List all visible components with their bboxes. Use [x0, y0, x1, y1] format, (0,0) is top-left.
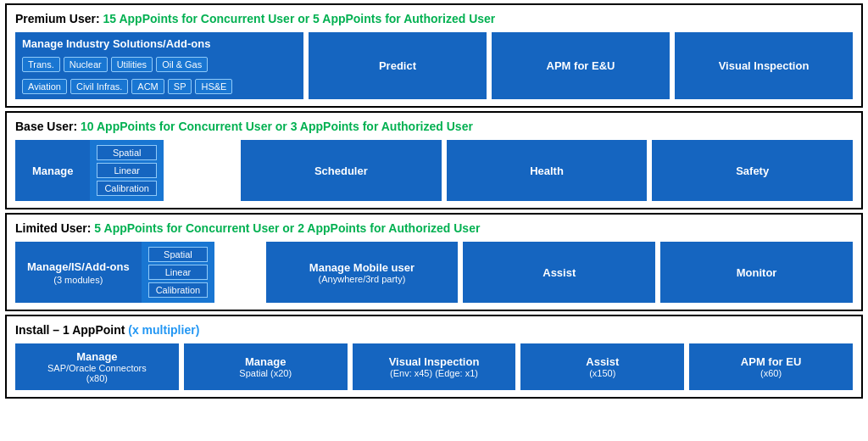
install-title: Install – 1 AppPoint (x multiplier): [15, 323, 853, 337]
base-section: Base User: 10 AppPoints for Concurrent U…: [5, 111, 863, 209]
limited-title-prefix: Limited User:: [15, 221, 94, 235]
install-manage-spatial-sub: Spatial (x20): [239, 368, 292, 378]
industry-tags-row2: Aviation Civil Infras. ACM SP HS&E: [22, 79, 297, 94]
tag-acm: ACM: [131, 79, 164, 94]
tag-trans: Trans.: [22, 57, 60, 72]
install-manage-sap-box[interactable]: Manage SAP/Oracle Connectors (x80): [15, 343, 179, 390]
safety-label: Safety: [736, 165, 769, 177]
safety-box[interactable]: Safety: [652, 140, 853, 201]
manage-tags: Spatial Linear Calibration: [90, 140, 164, 201]
tag-sp: SP: [168, 79, 192, 94]
install-manage-sap-sub: SAP/Oracle Connectors (x80): [47, 363, 147, 383]
install-assist-sub: (x150): [589, 368, 615, 378]
apm-eu-label: APM for E&U: [547, 59, 615, 72]
install-row: Manage SAP/Oracle Connectors (x80) Manag…: [15, 343, 853, 390]
limited-manage-label: Manage/IS/Add-ons: [27, 260, 130, 273]
install-visual-inspection-sub: (Env: x45) (Edge: x1): [390, 368, 478, 378]
tag-nuclear: Nuclear: [64, 57, 108, 72]
limited-manage-group: Manage/IS/Add-ons (3 modules) Spatial Li…: [15, 242, 261, 303]
premium-industry-block: Manage Industry Solutions/Add-ons Trans.…: [15, 32, 303, 99]
limited-title: Limited User: 5 AppPoints for Concurrent…: [15, 221, 853, 235]
predict-label: Predict: [379, 59, 416, 72]
predict-box[interactable]: Predict: [309, 32, 487, 99]
visual-inspection-box[interactable]: Visual Inspection: [675, 32, 853, 99]
install-title-prefix: Install – 1 AppPoint: [15, 323, 128, 337]
base-title-prefix: Base User:: [15, 120, 81, 133]
scheduler-label: Scheduler: [314, 165, 368, 177]
premium-section: Premium User: 15 AppPoints for Concurren…: [5, 3, 863, 108]
manage-tag-linear: Linear: [97, 163, 157, 178]
manage-mobile-box[interactable]: Manage Mobile user (Anywhere/3rd party): [266, 242, 459, 303]
scheduler-box[interactable]: Scheduler: [241, 140, 442, 201]
limited-tag-linear: Linear: [148, 265, 209, 280]
tag-oil-gas: Oil & Gas: [156, 57, 208, 72]
base-row: Manage Spatial Linear Calibration Schedu…: [15, 140, 853, 201]
limited-manage-box[interactable]: Manage/IS/Add-ons (3 modules): [15, 242, 142, 303]
manage-label: Manage: [32, 165, 73, 177]
install-assist-box[interactable]: Assist (x150): [520, 343, 684, 390]
base-title: Base User: 10 AppPoints for Concurrent U…: [15, 120, 853, 133]
premium-title-prefix: Premium User:: [15, 12, 103, 25]
limited-manage-sub: (3 modules): [53, 275, 103, 285]
install-visual-inspection-box[interactable]: Visual Inspection (Env: x45) (Edge: x1): [353, 343, 516, 390]
install-manage-sap-label: Manage: [76, 350, 117, 363]
limited-tag-spatial: Spatial: [148, 247, 209, 262]
limited-manage-tags: Spatial Linear Calibration: [142, 242, 215, 303]
limited-row: Manage/IS/Add-ons (3 modules) Spatial Li…: [15, 242, 853, 303]
install-visual-inspection-label: Visual Inspection: [389, 355, 480, 368]
install-assist-label: Assist: [586, 355, 619, 368]
industry-title: Manage Industry Solutions/Add-ons: [22, 37, 297, 50]
install-title-highlight: (x multiplier): [128, 323, 199, 337]
limited-title-highlight: 5 AppPoints for Concurrent User or 2 App…: [94, 221, 480, 235]
limited-tag-calibration: Calibration: [148, 282, 209, 298]
manage-tag-calibration: Calibration: [97, 181, 157, 196]
manage-mobile-label: Manage Mobile user: [309, 261, 415, 274]
manage-mobile-sub: (Anywhere/3rd party): [319, 274, 406, 284]
health-label: Health: [530, 165, 564, 177]
apm-eu-box[interactable]: APM for E&U: [492, 32, 670, 99]
tag-aviation: Aviation: [22, 79, 67, 94]
monitor-box[interactable]: Monitor: [660, 242, 853, 303]
visual-inspection-label: Visual Inspection: [719, 59, 810, 72]
manage-box[interactable]: Manage: [15, 140, 90, 201]
industry-tags-row1: Trans. Nuclear Utilities Oil & Gas: [22, 57, 297, 72]
base-title-highlight: 10 AppPoints for Concurrent User or 3 Ap…: [81, 120, 473, 133]
manage-tag-spatial: Spatial: [97, 145, 157, 160]
install-apm-eu-box[interactable]: APM for EU (x60): [689, 343, 853, 390]
assist-label-limited: Assist: [542, 266, 576, 279]
install-manage-spatial-box[interactable]: Manage Spatial (x20): [184, 343, 348, 390]
install-manage-spatial-label: Manage: [245, 355, 286, 368]
monitor-label: Monitor: [737, 266, 777, 279]
install-apm-eu-sub: (x60): [760, 368, 782, 378]
tag-hse: HS&E: [195, 79, 232, 94]
limited-section: Limited User: 5 AppPoints for Concurrent…: [5, 213, 863, 311]
premium-title-highlight: 15 AppPoints for Concurrent User or 5 Ap…: [103, 12, 495, 25]
tag-utilities: Utilities: [111, 57, 153, 72]
assist-box-limited[interactable]: Assist: [463, 242, 655, 303]
health-box[interactable]: Health: [447, 140, 648, 201]
install-section: Install – 1 AppPoint (x multiplier) Mana…: [5, 315, 863, 399]
premium-title: Premium User: 15 AppPoints for Concurren…: [15, 12, 853, 25]
manage-group: Manage Spatial Linear Calibration: [15, 140, 236, 201]
tag-civil-infras: Civil Infras.: [70, 79, 128, 94]
premium-row: Manage Industry Solutions/Add-ons Trans.…: [15, 32, 853, 99]
install-apm-eu-label: APM for EU: [741, 355, 802, 368]
